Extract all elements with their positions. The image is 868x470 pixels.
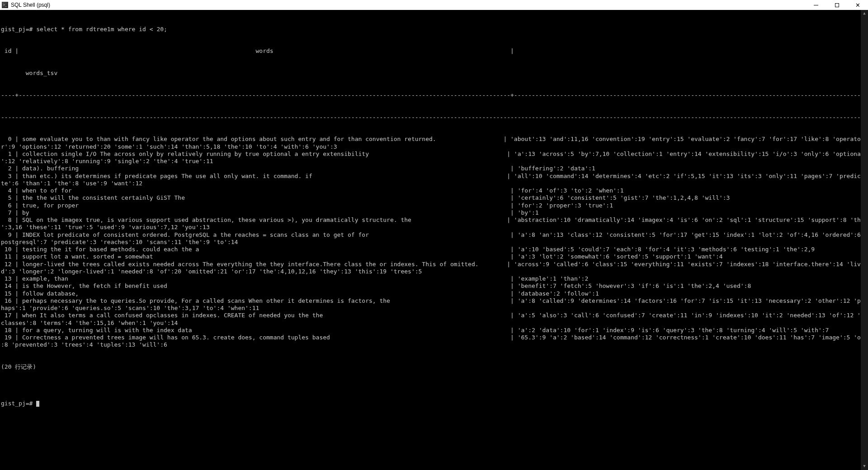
query-line: gist_pj=# select * from rdtree1m where i… <box>1 26 868 33</box>
table-row: 12 | longer-lived the trees called exist… <box>1 261 868 268</box>
header-row-2: words_tsv <box>1 70 868 77</box>
table-row: 16 | perhaps necessary the to queries.So… <box>1 297 868 305</box>
table-row: 9 | INDEX lot predicate of consistent or… <box>1 231 868 239</box>
table-row: 10 | testing the it for based methods. c… <box>1 246 868 253</box>
window-titlebar: >_ SQL Shell (psql) ✕ <box>0 0 868 10</box>
cursor <box>36 401 39 407</box>
table-row: 7 | by | 'by':1 <box>1 209 868 216</box>
table-row: te':6 'than':1 'the':8 'use':9 'want':12 <box>1 180 868 187</box>
app-icon: >_ <box>2 2 8 8</box>
table-row: :8 'prevented':3 'trees':4 'tuples':13 '… <box>1 341 868 348</box>
scroll-up-icon[interactable]: ▲ <box>861 10 868 17</box>
table-row: 19 | Correctness a prevented trees image… <box>1 334 868 341</box>
table-row: 18 | for a query, turning will is with t… <box>1 327 868 334</box>
table-row: 15 | follow database, | 'database':2 'fo… <box>1 290 868 297</box>
minimize-button[interactable] <box>806 0 826 10</box>
window-title: SQL Shell (psql) <box>11 2 50 8</box>
separator: ----+-----------------------------------… <box>1 92 868 99</box>
table-row: 14 | is the However, the fetch if benefi… <box>1 282 868 290</box>
table-row: 8 | SQL on the imagex true, is various s… <box>1 216 868 224</box>
header-row: id | words | <box>1 47 868 55</box>
table-row: ':12 'relatively':8 'running':9 'single'… <box>1 158 868 165</box>
close-button[interactable]: ✕ <box>847 0 868 10</box>
table-row: 0 | some evaluate you to than with fancy… <box>1 136 868 143</box>
vertical-scrollbar[interactable]: ▲ ▼ <box>861 10 868 470</box>
table-row: 5 | the the will the consistent certainl… <box>1 194 868 202</box>
table-row: r':9 'options':12 'returned':20 'some':1… <box>1 143 868 150</box>
table-row: 13 | example, than | 'example':1 'than':… <box>1 275 868 282</box>
table-row: 17 | when It also terms a call confused … <box>1 312 868 319</box>
window-controls: ✕ <box>806 0 868 10</box>
table-row: 3 | than etc.) its determines if predica… <box>1 173 868 180</box>
terminal[interactable]: gist_pj=# select * from rdtree1m where i… <box>0 10 868 470</box>
table-row: ':3,16 'these':11 'true':5 'used':9 'var… <box>1 224 868 231</box>
separator-2: ----------------------------------------… <box>1 114 868 121</box>
table-row: classes':8 'terms':4 'the':15,16 'when':… <box>1 320 868 327</box>
table-row: haps':1 'provide':6 'queries.so':5 'scan… <box>1 305 868 312</box>
table-row: d':3 'longer':2 'longer-lived':1 'needed… <box>1 268 868 275</box>
table-row: 4 | when to of for | 'for':4 'of':3 'to'… <box>1 187 868 194</box>
table-row: 11 | support lot a want. sorted = somewh… <box>1 253 868 260</box>
row-count: (20 行记录) <box>1 363 868 371</box>
prompt-line: gist_pj=# <box>1 400 868 407</box>
table-row: 2 | data). buffering | 'buffering':2 'da… <box>1 165 868 172</box>
table-row: 6 | true, for proper | 'for':2 'proper':… <box>1 202 868 209</box>
maximize-button[interactable] <box>826 0 847 10</box>
table-row: postgresql':7 'predicate':3 'reaches':10… <box>1 239 868 246</box>
scroll-down-icon[interactable]: ▼ <box>861 463 868 470</box>
table-row: 1 | collection single I/O The across onl… <box>1 150 868 158</box>
